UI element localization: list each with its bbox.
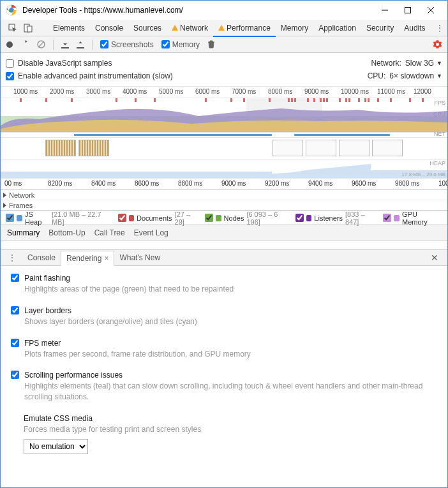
net-label: NET	[434, 131, 445, 137]
tab-performance[interactable]: Performance	[213, 20, 276, 36]
close-button[interactable]	[419, 1, 442, 19]
svg-point-9	[6, 41, 13, 48]
tab-application[interactable]: Application	[313, 20, 361, 36]
rendering-title: FPS meter	[24, 339, 437, 348]
svg-rect-3	[405, 8, 411, 13]
more-menu-icon[interactable]: ⋮	[431, 24, 448, 33]
timeline-overview[interactable]: 1000 ms2000 ms3000 ms4000 ms5000 ms6000 …	[1, 87, 447, 211]
screenshot-thumb	[78, 140, 109, 156]
emulate-css-title: Emulate CSS media	[24, 414, 437, 423]
maximize-button[interactable]	[396, 1, 419, 19]
rendering-checkbox[interactable]	[11, 306, 19, 314]
legend-item[interactable]: Documents[27 – 29]	[118, 211, 196, 226]
screenshot-filmstrip	[1, 138, 447, 159]
details-tabs: SummaryBottom-UpCall TreeEvent Log	[1, 225, 447, 240]
rendering-desc: Shows layer borders (orange/olive) and t…	[24, 316, 437, 327]
network-throttle-select[interactable]: Slow 3G ▼	[405, 59, 442, 68]
enable-paint-instrumentation-toggle[interactable]: Enable advanced paint instrumentation (s…	[6, 71, 173, 80]
drawer-tab-rendering[interactable]: Rendering ×	[61, 251, 114, 266]
minimize-button[interactable]	[373, 1, 396, 19]
screenshot-thumb	[339, 140, 370, 156]
svg-line-11	[38, 41, 44, 47]
device-toolbar-icon[interactable]	[24, 24, 33, 33]
screenshot-thumb	[45, 140, 76, 156]
settings-gear-icon[interactable]	[433, 40, 442, 49]
legend-item[interactable]: Listeners[833 – 847]	[295, 211, 374, 226]
reload-button[interactable]	[21, 40, 29, 48]
rendering-checkbox[interactable]	[11, 371, 19, 379]
main-tabs: ElementsConsoleSourcesNetworkPerformance…	[1, 20, 447, 36]
save-profile-icon[interactable]	[77, 41, 84, 48]
garbage-collect-icon[interactable]	[207, 40, 215, 48]
tab-network[interactable]: Network	[167, 20, 213, 36]
warning-icon	[218, 25, 225, 31]
legend-item[interactable]: GPU Memory	[383, 211, 442, 226]
legend-item[interactable]: JS Heap[21.0 MB – 22.7 MB]	[6, 211, 109, 226]
tab-security[interactable]: Security	[361, 20, 399, 36]
chrome-icon	[6, 4, 17, 16]
rendering-option: Layer bordersShows layer borders (orange…	[11, 306, 437, 327]
performance-toolbar: Screenshots Memory	[1, 36, 447, 53]
rendering-desc: Plots frames per second, frame rate dist…	[24, 349, 437, 360]
drawer-menu-icon[interactable]: ⋮	[4, 253, 20, 262]
screenshots-toggle[interactable]: Screenshots	[100, 40, 154, 49]
timeline-row[interactable]: Frames	[1, 200, 447, 211]
clear-button[interactable]	[37, 40, 45, 48]
disable-js-samples-toggle[interactable]: Disable JavaScript samples	[6, 59, 112, 68]
heap-label: HEAP	[429, 160, 445, 166]
drawer-close-button[interactable]: ✕	[426, 253, 444, 263]
heap-chart: HEAP 17.8 MB – 29.6 MB	[1, 159, 447, 179]
memory-legend: JS Heap[21.0 MB – 22.7 MB] Documents[27 …	[1, 211, 447, 225]
rendering-title: Scrolling performance issues	[24, 371, 437, 380]
timeline-ruler-detail: 00 ms8200 ms8400 ms8600 ms8800 ms9000 ms…	[1, 179, 447, 190]
rendering-option: FPS meterPlots frames per second, frame …	[11, 339, 437, 360]
rendering-title: Layer borders	[24, 306, 437, 315]
screenshot-thumb	[372, 140, 403, 156]
drawer-tabs: ⋮ ConsoleRendering ×What's New ✕	[1, 249, 447, 266]
summary-tab[interactable]: Bottom-Up	[49, 228, 85, 237]
rendering-checkbox[interactable]	[11, 339, 19, 347]
tab-sources[interactable]: Sources	[128, 20, 167, 36]
inspect-element-icon[interactable]	[8, 24, 17, 33]
drawer-tab-console[interactable]: Console	[22, 250, 61, 265]
summary-tab[interactable]: Summary	[7, 228, 40, 237]
emulate-css-desc: Forces media type for testing print and …	[24, 424, 437, 435]
summary-tab[interactable]: Event Log	[134, 228, 168, 237]
rendering-option: Scrolling performance issuesHighlights e…	[11, 371, 437, 403]
drawer-tab-whatsnew[interactable]: What's New	[114, 250, 165, 265]
load-profile-icon[interactable]	[61, 41, 69, 48]
rendering-desc: Highlights areas of the page (green) tha…	[24, 284, 437, 295]
rendering-title: Paint flashing	[24, 274, 437, 283]
svg-rect-8	[27, 26, 32, 32]
rendering-option: Paint flashingHighlights areas of the pa…	[11, 274, 437, 295]
cpu-throttle-label: CPU:	[368, 71, 386, 80]
heap-range: 17.8 MB – 29.6 MB	[402, 172, 445, 177]
timeline-ruler-overview: 1000 ms2000 ms3000 ms4000 ms5000 ms6000 …	[1, 87, 447, 98]
screenshot-thumb	[273, 140, 303, 156]
warning-icon	[172, 25, 178, 31]
timeline-row[interactable]: Network	[1, 190, 447, 200]
timeline-cpu-chart: FPS CPU	[1, 98, 447, 133]
summary-tab[interactable]: Call Tree	[94, 228, 125, 237]
window-titlebar: Developer Tools - https://www.humanlevel…	[1, 1, 447, 20]
rendering-panel: Paint flashingHighlights areas of the pa…	[1, 266, 447, 473]
cpu-throttle-select[interactable]: 6× slowdown ▼	[389, 71, 442, 80]
memory-toggle[interactable]: Memory	[161, 40, 200, 49]
window-title: Developer Tools - https://www.humanlevel…	[22, 6, 373, 15]
emulate-css-select[interactable]: No emulation	[24, 439, 88, 454]
rendering-checkbox[interactable]	[11, 274, 19, 282]
network-throttle-label: Network:	[371, 59, 401, 68]
screenshot-thumb	[306, 140, 336, 156]
record-button[interactable]	[6, 41, 13, 48]
tab-elements[interactable]: Elements	[48, 20, 90, 36]
capture-options: Disable JavaScript samples Network: Slow…	[1, 53, 447, 87]
legend-item[interactable]: Nodes[6 093 – 6 196]	[205, 211, 287, 226]
tab-console[interactable]: Console	[90, 20, 128, 36]
tab-audits[interactable]: Audits	[399, 20, 430, 36]
tab-memory[interactable]: Memory	[276, 20, 313, 36]
close-tab-icon[interactable]: ×	[104, 254, 108, 263]
rendering-desc: Highlights elements (teal) that can slow…	[24, 381, 437, 403]
